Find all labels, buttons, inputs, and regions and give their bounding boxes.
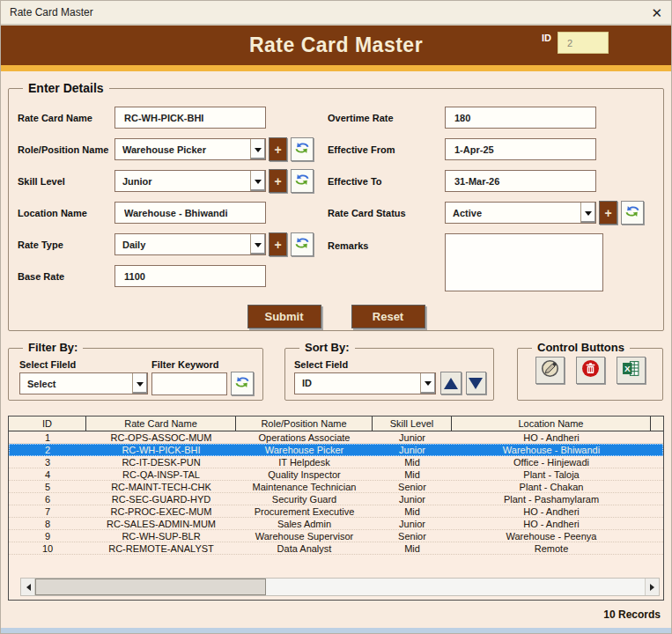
table-row[interactable]: 6RC-SEC-GUARD-HYDSecurity GuardJuniorPla…: [9, 493, 663, 505]
control-buttons-group: Control Buttons: [517, 348, 663, 401]
enter-details-right-column: Overtime Rate Effective From Effective T…: [328, 107, 654, 301]
table-row[interactable]: 1RC-OPS-ASSOC-MUMOperations AssociateJun…: [9, 431, 663, 444]
table-cell: 5: [9, 481, 86, 492]
role-position-dropdown[interactable]: Warehouse Picker: [114, 138, 266, 160]
table-cell: Junior: [373, 493, 452, 505]
edit-button[interactable]: [535, 357, 565, 384]
table-cell: Junior: [373, 518, 452, 529]
chevron-down-icon[interactable]: [132, 373, 147, 394]
table-cell: 1: [9, 431, 86, 443]
enter-details-left-column: Rate Card Name Role/Position Name Wareho…: [18, 107, 328, 301]
table-cell: 7: [9, 505, 86, 517]
scroll-right-button[interactable]: [645, 579, 659, 595]
trash-icon: [581, 359, 600, 381]
table-cell: Plant - Pashamylaram: [452, 493, 651, 505]
table-cell: 8: [9, 518, 86, 529]
chevron-down-icon[interactable]: [580, 203, 595, 223]
location-name-label: Location Name: [18, 208, 114, 218]
table-cell: HO - Andheri: [452, 505, 651, 517]
table-row[interactable]: 5RC-MAINT-TECH-CHKMaintenance Technician…: [9, 481, 663, 493]
table-row[interactable]: 2RC-WH-PICK-BHIWarehouse PickerJuniorWar…: [9, 444, 663, 456]
excel-icon: X: [622, 359, 640, 381]
reset-button[interactable]: Reset: [351, 305, 425, 328]
skill-level-label: Skill Level: [18, 176, 114, 187]
table-cell: 10: [9, 542, 86, 554]
add-skill-button[interactable]: +: [269, 169, 287, 193]
filter-by-group: Filter By: Select Fileld Filter Keyword …: [8, 348, 263, 401]
remarks-textarea[interactable]: [445, 233, 603, 291]
rate-type-label: Rate Type: [18, 240, 114, 250]
rate-type-dropdown[interactable]: Daily: [114, 233, 266, 255]
base-rate-label: Base Rate: [18, 271, 114, 282]
horizontal-scrollbar[interactable]: [20, 578, 660, 596]
enter-details-legend: Enter Details: [23, 81, 109, 95]
table-row[interactable]: 4RC-QA-INSP-TALQuality InspectorMidPlant…: [9, 468, 663, 481]
refresh-status-button[interactable]: [621, 201, 644, 225]
filter-keyword-input[interactable]: [151, 372, 227, 395]
table-column-header: ID: [9, 417, 86, 431]
overtime-rate-input[interactable]: [445, 107, 596, 129]
sort-ascending-button[interactable]: [440, 372, 461, 394]
table-cell: RC-OPS-ASSOC-MUM: [86, 431, 236, 443]
delete-button[interactable]: [576, 357, 605, 384]
svg-text:X: X: [624, 364, 630, 373]
chevron-down-icon[interactable]: [250, 139, 265, 159]
sync-icon: [294, 140, 310, 159]
export-excel-button[interactable]: X: [617, 357, 646, 384]
scroll-left-button[interactable]: [21, 579, 35, 595]
filter-by-legend: Filter By:: [23, 341, 83, 354]
sort-by-group: Sort By: Select Field ID: [284, 348, 494, 401]
overtime-rate-label: Overtime Rate: [328, 113, 445, 123]
location-name-input[interactable]: [114, 202, 266, 224]
base-rate-input[interactable]: [114, 265, 266, 287]
table-column-header: Location Name: [452, 417, 651, 431]
table-row[interactable]: 7RC-PROC-EXEC-MUMProcurement ExecutiveMi…: [9, 505, 663, 518]
sort-descending-button[interactable]: [466, 372, 486, 394]
table-cell: RC-WH-PICK-BHI: [86, 444, 236, 455]
sync-icon: [624, 203, 640, 223]
rate-card-status-dropdown[interactable]: Active: [445, 202, 596, 224]
chevron-down-icon[interactable]: [420, 373, 435, 394]
refresh-skill-button[interactable]: [291, 169, 314, 193]
scrollbar-thumb[interactable]: [35, 579, 266, 595]
add-role-button[interactable]: +: [269, 137, 287, 161]
add-rate-type-button[interactable]: +: [269, 232, 287, 256]
refresh-role-button[interactable]: [291, 137, 314, 161]
table-cell: RC-MAINT-TECH-CHK: [86, 481, 236, 492]
table-cell: IT Helpdesk: [236, 456, 373, 468]
filter-field-dropdown[interactable]: Select: [19, 372, 148, 394]
record-count: 10 Records: [8, 608, 661, 621]
effective-to-input[interactable]: [445, 170, 596, 192]
table-cell: 9: [9, 530, 86, 542]
add-status-button[interactable]: +: [599, 201, 617, 225]
table-row[interactable]: 10RC-REMOTE-ANALYSTData AnalystMidRemote: [9, 542, 663, 555]
chevron-down-icon[interactable]: [250, 234, 265, 254]
skill-level-dropdown[interactable]: Junior: [114, 170, 266, 192]
table-row[interactable]: 9RC-WH-SUP-BLRWarehouse SupervisorSenior…: [9, 530, 663, 542]
table-cell: Sales Admin: [236, 518, 373, 529]
table-row[interactable]: 3RC-IT-DESK-PUNIT HelpdeskMidOffice - Hi…: [9, 456, 663, 468]
table-cell: 2: [9, 444, 86, 455]
table-cell: HO - Andheri: [452, 518, 651, 529]
refresh-rate-type-button[interactable]: [291, 232, 314, 256]
rate-card-name-input[interactable]: [114, 107, 266, 129]
effective-from-input[interactable]: [445, 138, 596, 160]
table-cell: HO - Andheri: [452, 431, 651, 443]
table-cell: Warehouse Picker: [236, 444, 373, 455]
app-window: Rate Card Master ✕ Rate Card Master ID 2…: [0, 0, 672, 634]
chevron-down-icon[interactable]: [250, 171, 265, 191]
sync-icon: [294, 235, 310, 254]
submit-button[interactable]: Submit: [247, 305, 321, 328]
table-cell: RC-SALES-ADMIN-MUM: [86, 518, 236, 529]
table-cell: Junior: [373, 431, 452, 443]
table-cell: Mid: [373, 456, 452, 468]
table-row[interactable]: 8RC-SALES-ADMIN-MUMSales AdminJuniorHO -…: [9, 518, 663, 530]
table-cell: RC-WH-SUP-BLR: [86, 530, 236, 542]
rate-card-name-label: Rate Card Name: [18, 113, 114, 123]
role-position-label: Role/Position Name: [18, 144, 114, 155]
close-icon[interactable]: ✕: [651, 6, 662, 19]
sort-field-dropdown[interactable]: ID: [294, 372, 436, 394]
form-body: Enter Details Rate Card Name Role/Positi…: [1, 71, 671, 621]
apply-filter-button[interactable]: [231, 372, 254, 395]
table-cell: RC-SEC-GUARD-HYD: [86, 493, 236, 505]
